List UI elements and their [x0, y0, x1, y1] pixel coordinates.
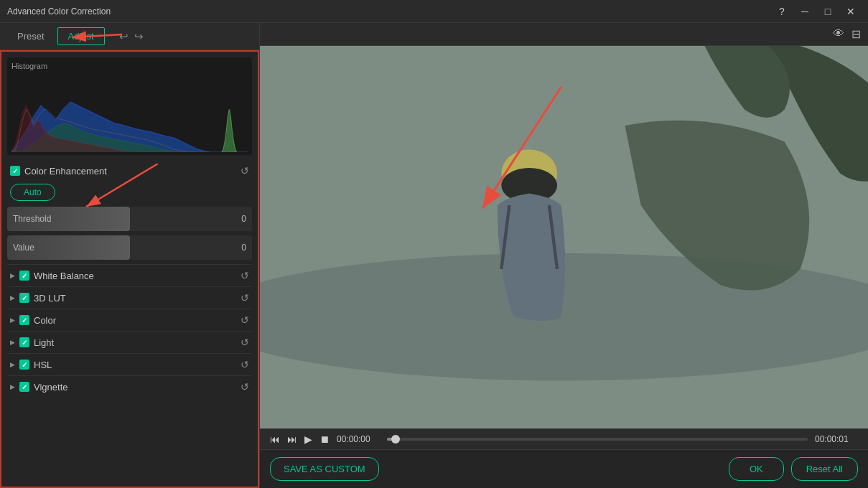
color-enhancement-label: Color Enhancement [24, 166, 107, 177]
light-reset[interactable]: ↺ [241, 337, 249, 348]
vignette-reset[interactable]: ↺ [241, 381, 249, 393]
threshold-slider-row[interactable]: Threshold 0 [7, 207, 252, 231]
hsl-label: HSL [34, 360, 52, 370]
current-time: 00:00:00 [337, 434, 380, 444]
section-color: ▶ Color ↺ [7, 309, 252, 331]
close-button[interactable]: ✕ [841, 4, 861, 19]
light-expand-icon[interactable]: ▶ [10, 339, 15, 346]
3d-lut-left: ▶ 3D LUT [10, 293, 66, 304]
color-checkbox[interactable] [19, 315, 29, 325]
light-left: ▶ Light [10, 337, 54, 348]
play-button[interactable]: ▶ [304, 433, 312, 445]
vignette-label: Vignette [34, 382, 67, 393]
section-white-balance: ▶ White Balance ↺ [7, 264, 252, 286]
section-light: ▶ Light ↺ [7, 331, 252, 353]
3d-lut-reset[interactable]: ↺ [241, 292, 249, 304]
left-panel: Preset Adjust ↩ ↪ Histogram [0, 23, 260, 488]
title-bar-left: Advanced Color Correction [7, 6, 111, 17]
histogram-label: Histogram [11, 62, 248, 70]
vignette-checkbox[interactable] [19, 382, 29, 392]
3d-lut-checkbox[interactable] [19, 293, 29, 303]
color-enhancement-checkbox[interactable] [10, 166, 20, 176]
rewind-button[interactable]: ⏮ [270, 433, 280, 445]
step-forward-button[interactable]: ⏭ [287, 433, 297, 445]
white-balance-label: White Balance [34, 271, 94, 281]
color-enhancement-left: Color Enhancement [10, 166, 107, 177]
video-scene [260, 46, 868, 428]
value-value: 0 [241, 243, 246, 253]
save-as-custom-button[interactable]: SAVE AS CUSTOM [270, 457, 379, 481]
light-label: Light [34, 337, 54, 348]
hsl-left: ▶ HSL [10, 360, 52, 370]
playback-bar: ⏮ ⏭ ▶ ⏹ 00:00:00 00:00:01 [260, 428, 868, 449]
panel-content: Histogram [0, 50, 259, 488]
action-bar: SAVE AS CUSTOM OK Reset All [260, 449, 868, 488]
section-vignette: ▶ Vignette ↺ [7, 375, 252, 398]
app-title: Advanced Color Correction [7, 6, 111, 17]
compare-icon[interactable]: ⊟ [851, 27, 861, 41]
maximize-button[interactable]: □ [818, 4, 838, 19]
right-top-bar: 👁 ⊟ [260, 23, 868, 46]
section-3d-lut: ▶ 3D LUT ↺ [7, 286, 252, 309]
color-enhancement-header: Color Enhancement ↺ [7, 161, 252, 181]
right-panel: 👁 ⊟ [260, 23, 868, 488]
title-bar-controls: ? ─ □ ✕ [772, 4, 861, 19]
tab-bar: Preset Adjust ↩ ↪ [0, 23, 259, 50]
section-hsl: ▶ HSL ↺ [7, 353, 252, 375]
redo-button[interactable]: ↪ [134, 30, 144, 43]
hsl-checkbox[interactable] [19, 360, 29, 370]
color-reset[interactable]: ↺ [241, 314, 249, 326]
hsl-reset[interactable]: ↺ [241, 359, 249, 370]
reset-all-button[interactable]: Reset All [791, 457, 858, 481]
threshold-label: Threshold [13, 214, 51, 224]
histogram-canvas [11, 73, 248, 152]
total-time: 00:00:01 [815, 434, 858, 444]
ok-button[interactable]: OK [729, 457, 784, 481]
color-expand-icon[interactable]: ▶ [10, 316, 15, 324]
vignette-left: ▶ Vignette [10, 382, 67, 393]
view-icon[interactable]: 👁 [833, 27, 844, 41]
tab-adjust[interactable]: Adjust [57, 27, 105, 45]
white-balance-left: ▶ White Balance [10, 271, 94, 281]
value-slider-row[interactable]: Value 0 [7, 235, 252, 260]
vignette-expand-icon[interactable]: ▶ [10, 383, 15, 390]
white-balance-checkbox[interactable] [19, 271, 29, 281]
video-preview [260, 46, 868, 428]
auto-button[interactable]: Auto [10, 184, 55, 201]
action-buttons: OK Reset All [729, 457, 858, 481]
undo-redo: ↩ ↪ [119, 30, 144, 43]
svg-rect-8 [260, 46, 868, 428]
color-label: Color [34, 315, 56, 326]
seek-thumb[interactable] [391, 435, 400, 444]
white-balance-expand-icon[interactable]: ▶ [10, 272, 15, 279]
threshold-value: 0 [241, 214, 246, 224]
title-bar: Advanced Color Correction ? ─ □ ✕ [0, 0, 868, 23]
histogram-svg [11, 73, 248, 152]
color-enhancement-reset[interactable]: ↺ [241, 165, 249, 177]
tab-preset[interactable]: Preset [7, 28, 55, 44]
section-list: ▶ White Balance ↺ ▶ 3D LUT ↺ [7, 264, 252, 398]
minimize-button[interactable]: ─ [795, 4, 815, 19]
white-balance-reset[interactable]: ↺ [241, 270, 249, 281]
stop-button[interactable]: ⏹ [319, 433, 330, 445]
color-left: ▶ Color [10, 315, 56, 326]
main-layout: Preset Adjust ↩ ↪ Histogram [0, 23, 868, 488]
seek-bar[interactable] [387, 438, 808, 441]
value-label: Value [13, 243, 34, 253]
light-checkbox[interactable] [19, 337, 29, 347]
histogram-section: Histogram [7, 57, 252, 155]
help-button[interactable]: ? [772, 4, 792, 19]
hsl-expand-icon[interactable]: ▶ [10, 361, 15, 368]
3d-lut-label: 3D LUT [34, 293, 66, 304]
undo-button[interactable]: ↩ [119, 30, 129, 43]
3d-lut-expand-icon[interactable]: ▶ [10, 294, 15, 301]
slider-container: Threshold 0 Value 0 [7, 207, 252, 260]
